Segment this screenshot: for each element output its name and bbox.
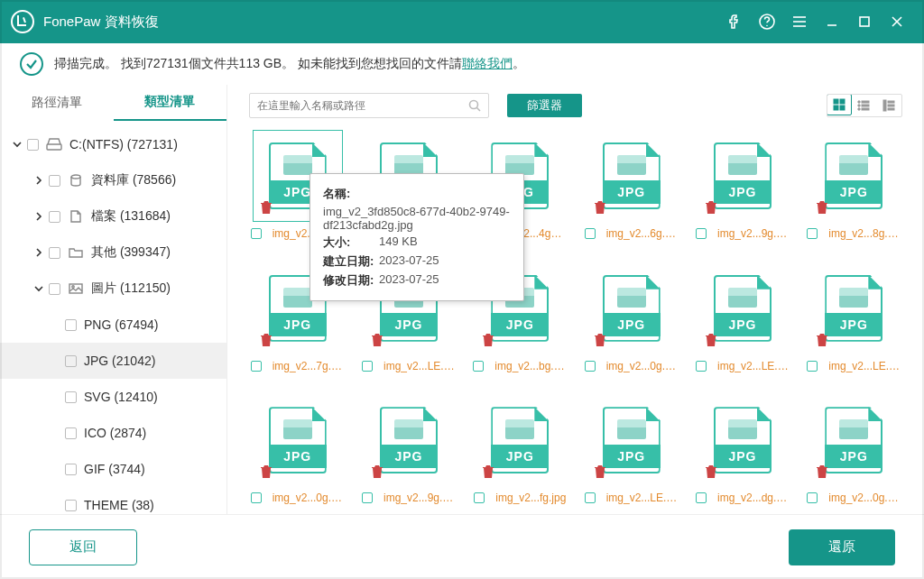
checkbox[interactable] [49,247,60,259]
file-name: img_v2...LE.jpg [383,360,456,372]
checkbox[interactable] [65,500,77,511]
minimize-button[interactable] [816,5,848,38]
tree-label: 圖片 (112150) [91,280,171,297]
trash-icon [703,331,719,349]
tree-pic[interactable]: 圖片 (112150) [0,271,226,307]
tree-archive[interactable]: 檔案 (131684) [0,198,226,234]
tree-png[interactable]: PNG (67494) [0,307,226,343]
back-button[interactable]: 返回 [29,529,137,565]
tree-svg[interactable]: SVG (12410) [0,379,226,415]
svg-rect-15 [834,99,838,104]
checkbox[interactable] [362,492,373,503]
facebook-icon[interactable] [718,5,751,38]
file-name: img_v2...7g.jpg [273,360,345,372]
checkbox[interactable] [49,283,60,295]
file-thumb[interactable]: JPG img_v2...LE.jpg [583,394,679,504]
tree-jpg[interactable]: JPG (21042) [0,343,226,379]
checkbox[interactable] [65,464,77,475]
checkbox[interactable] [473,361,484,372]
detail-view-button[interactable] [876,95,901,116]
checkbox[interactable] [65,391,77,403]
chevron-right-icon [34,176,47,185]
trash-icon [258,463,274,481]
tooltip-size-label: 大小: [323,234,379,251]
restore-button[interactable]: 還原 [789,529,895,565]
search-input[interactable] [249,93,489,118]
chevron-down-icon [34,284,47,293]
contact-link[interactable]: 聯絡我們 [462,56,513,72]
file-name: img_v2...bg.jpg [494,360,567,372]
help-icon[interactable] [751,5,783,38]
svg-point-19 [858,101,860,103]
menu-icon[interactable] [783,5,816,38]
tab-path[interactable]: 路徑清單 [0,85,114,121]
search-field[interactable] [257,99,468,112]
checkbox[interactable] [49,211,60,223]
trash-icon [258,198,274,216]
checkbox[interactable] [27,139,39,151]
file-name: img_v2...LE.jpg [606,492,679,504]
trash-icon [814,198,830,216]
file-thumb[interactable]: JPG img_v2...9g.jpg [360,394,457,504]
tree-label: JPG (21042) [84,354,155,368]
checkbox[interactable] [696,228,707,239]
tree: C:(NTFS) (727131) 資料庫 (78566) 檔案 (131684… [0,121,226,514]
file-thumb[interactable]: JPG img_v2...dg.jpg [694,394,790,504]
svg-rect-24 [862,108,869,110]
filter-button[interactable]: 篩選器 [507,94,582,117]
status-found: 找到727131個文件共113 GB。 [121,56,294,72]
svg-rect-9 [47,144,61,150]
file-thumb[interactable]: JPG img_v2...8g.jpg [806,130,902,240]
file-tooltip: 名稱: img_v2_3fd850c8-677d-40b2-9749-df213… [310,173,524,301]
file-thumb[interactable]: JPG img_v2...0g.jpg [249,394,346,504]
checkbox[interactable] [807,361,818,372]
checkbox[interactable] [65,355,77,367]
tree-lib[interactable]: 資料庫 (78566) [0,162,226,198]
tooltip-created-label: 建立日期: [323,253,379,270]
trash-icon [592,331,608,349]
checkbox[interactable] [585,228,596,239]
checkbox[interactable] [251,228,262,239]
checkbox[interactable] [585,492,596,503]
checkbox[interactable] [251,492,262,503]
checkbox[interactable] [49,175,60,187]
checkbox[interactable] [807,228,818,239]
checkbox[interactable] [696,361,707,372]
file-thumb[interactable]: JPG img_v2...0g.jpg [583,262,679,372]
tree-label: 其他 (399347) [91,244,171,261]
file-thumb[interactable]: JPG img_v2...fg.jpg [472,394,568,504]
file-thumb[interactable]: JPG img_v2...0g.jpg [806,394,902,504]
checkbox[interactable] [696,492,707,503]
trash-icon [703,198,719,216]
tree-ico[interactable]: ICO (2874) [0,415,226,451]
file-thumb[interactable]: JPG img_v2...9g.jpg [694,130,790,240]
document-icon [68,209,84,224]
checkbox[interactable] [362,361,373,372]
chevron-down-icon [13,140,25,149]
checkbox[interactable] [251,361,262,372]
close-button[interactable] [881,5,913,38]
list-view-button[interactable] [851,95,876,116]
checkbox[interactable] [585,361,596,372]
file-name: img_v2...8g.jpg [828,227,901,240]
maximize-button[interactable] [848,5,881,38]
file-name: img_v2...9g.jpg [383,492,456,504]
trash-icon [814,331,830,349]
checkbox[interactable] [474,492,485,503]
checkbox[interactable] [65,427,77,439]
tree-other[interactable]: 其他 (399347) [0,234,226,271]
tree-theme[interactable]: THEME (38) [0,487,226,514]
svg-rect-20 [862,101,869,103]
tree-gif[interactable]: GIF (3744) [0,451,226,487]
svg-rect-17 [834,106,838,110]
checkbox[interactable] [807,492,818,503]
tree-root[interactable]: C:(NTFS) (727131) [0,126,226,162]
tree-label: C:(NTFS) (727131) [69,137,178,152]
file-thumb[interactable]: JPG img_v2...LE.jpg [694,262,790,372]
tab-type[interactable]: 類型清單 [114,85,227,121]
tree-label: PNG (67494) [84,317,158,332]
file-thumb[interactable]: JPG img_v2...LE.jpg [806,262,902,372]
grid-view-button[interactable] [827,94,852,115]
file-thumb[interactable]: JPG img_v2...6g.jpg [583,130,679,240]
checkbox[interactable] [65,319,77,331]
